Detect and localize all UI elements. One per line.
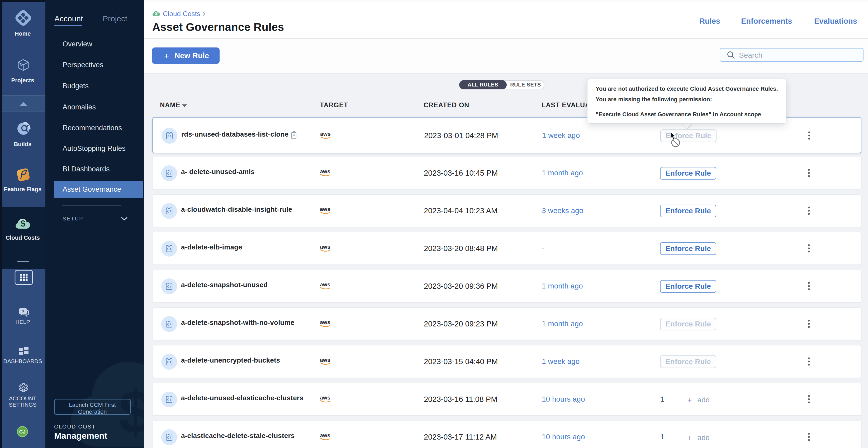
svg-text:aws: aws: [320, 395, 331, 401]
svg-text:aws: aws: [320, 282, 331, 287]
svg-text:aws: aws: [320, 433, 331, 438]
svg-text:aws: aws: [320, 131, 331, 137]
svg-text:aws: aws: [320, 169, 331, 174]
svg-text:aws: aws: [320, 319, 331, 325]
svg-text:?: ?: [22, 309, 24, 314]
svg-text:aws: aws: [320, 206, 331, 212]
svg-text:$: $: [21, 218, 26, 228]
svg-text:aws: aws: [320, 244, 331, 250]
svg-text:aws: aws: [320, 357, 331, 363]
svg-text:$: $: [155, 11, 158, 16]
